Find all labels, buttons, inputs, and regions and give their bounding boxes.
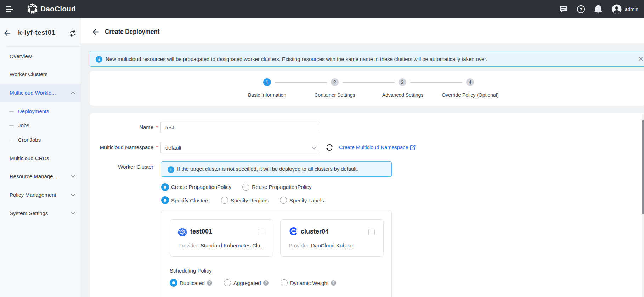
svg-text:?: ? — [580, 7, 582, 12]
